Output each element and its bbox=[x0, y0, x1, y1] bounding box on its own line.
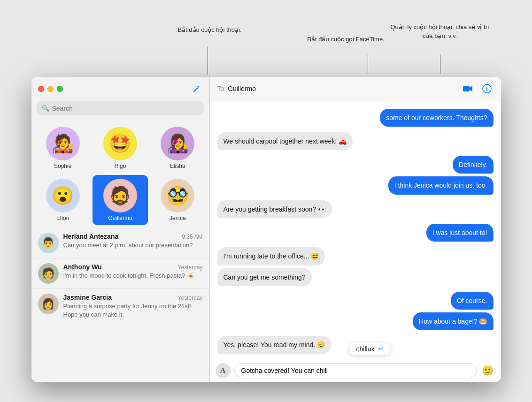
close-button[interactable] bbox=[38, 86, 44, 92]
conv-time-jasmine: Yesterday bbox=[178, 295, 203, 301]
app-icon: A bbox=[220, 366, 226, 375]
conv-time-anthony: Yesterday bbox=[178, 264, 203, 271]
emoji-icon: 🙂 bbox=[482, 365, 493, 376]
chat-panel: To: Guillermo i bbox=[210, 77, 501, 382]
contact-pin-elisha[interactable]: 👩‍🎤 Elisha bbox=[150, 123, 205, 173]
annotation-manage: Quản lý cuộc hội thoại, chia sẻ vị trí c… bbox=[388, 23, 492, 41]
conv-header-herland: Herland Antezana 9:35 AM bbox=[63, 233, 203, 240]
search-icon: 🔍 bbox=[42, 105, 49, 112]
svg-text:i: i bbox=[486, 86, 488, 92]
autocomplete-popup[interactable]: chillax ↩ bbox=[350, 343, 390, 355]
annotation-start-convo: Bắt đầu cuộc hội thoại. bbox=[168, 25, 252, 35]
contact-name-elton: Elton bbox=[56, 215, 69, 221]
search-bar[interactable]: 🔍 bbox=[37, 101, 204, 115]
conversation-herland[interactable]: 👨 Herland Antezana 9:35 AM Can you meet … bbox=[31, 228, 209, 258]
message-row-2: Definitely. bbox=[217, 156, 493, 174]
message-row-5: I was just about to! bbox=[217, 224, 493, 242]
titlebar bbox=[31, 77, 209, 101]
conversation-anthony[interactable]: 🧑 Anthony Wu Yesterday I'm in the mood t… bbox=[31, 258, 209, 289]
conv-preview-jasmine: Planning a surprise party for Jenny on t… bbox=[63, 302, 203, 319]
conv-preview-anthony: I'm in the mood to cook tonight. Fresh p… bbox=[63, 272, 203, 280]
conv-preview-herland: Can you meet at 2 p.m. about our present… bbox=[63, 241, 203, 250]
contact-pin-guillermo[interactable]: 🧔 Guillermo bbox=[93, 175, 148, 225]
message-row-7: Can you get me something? bbox=[217, 268, 493, 286]
chat-to-field: To: Guillermo bbox=[217, 84, 256, 93]
emoji-button[interactable]: 🙂 bbox=[480, 363, 495, 378]
message-row-8: Of course. bbox=[217, 292, 493, 310]
apps-button[interactable]: A bbox=[216, 363, 231, 378]
message-row-6: I'm running late to the office... 😅 bbox=[217, 247, 493, 265]
avatar-sophie: 🧑‍🎤 bbox=[46, 127, 80, 160]
annotation-line-convo bbox=[208, 46, 208, 75]
conv-name-jasmine: Jasmine Garcia bbox=[63, 294, 112, 301]
autocomplete-undo[interactable]: ↩ bbox=[378, 345, 383, 352]
contact-name-elisha: Elisha bbox=[170, 163, 185, 169]
pinned-contacts: 🧑‍🎤 Sophie 🤩 Rigo 👩‍🎤 Elisha bbox=[31, 120, 209, 228]
bubble-3: I think Jenica would join us, too. bbox=[388, 176, 493, 194]
conversation-jasmine[interactable]: 👩 Jasmine Garcia Yesterday Planning a su… bbox=[31, 289, 209, 324]
avatar-anthony: 🧑 bbox=[38, 263, 59, 284]
message-row-0: some of our coworkers. Thoughts? bbox=[217, 109, 493, 127]
message-row-1: We should carpool together next week! 🚗 bbox=[217, 132, 493, 150]
contact-name-rigo: Rigo bbox=[115, 163, 126, 169]
contact-pin-jenica[interactable]: 🥸 Jenica bbox=[150, 175, 205, 225]
svg-rect-0 bbox=[463, 86, 470, 91]
annotation-line-manage bbox=[440, 54, 440, 74]
avatar-rigo: 🤩 bbox=[103, 127, 137, 160]
message-row-4: Are you getting breakfast soon? 👀 bbox=[217, 200, 493, 218]
annotation-line-facetime bbox=[368, 54, 368, 74]
conversation-list: 👨 Herland Antezana 9:35 AM Can you meet … bbox=[31, 228, 209, 382]
minimize-button[interactable] bbox=[47, 86, 54, 92]
avatar-elton: 😮 bbox=[46, 179, 80, 212]
conv-name-herland: Herland Antezana bbox=[63, 233, 119, 240]
bubble-6: I'm running late to the office... 😅 bbox=[217, 247, 325, 265]
contact-name-guillermo: Guillermo bbox=[108, 215, 132, 221]
facetime-button[interactable] bbox=[462, 82, 475, 95]
bubble-7: Can you get me something? bbox=[217, 268, 312, 286]
bubble-5: I was just about to! bbox=[426, 224, 493, 242]
traffic-lights bbox=[38, 86, 63, 92]
full-wrapper: Bắt đầu cuộc hội thoại. Bắt đầu cuộc gọi… bbox=[31, 21, 501, 382]
conv-name-anthony: Anthony Wu bbox=[63, 263, 102, 271]
annotation-facetime: Bắt đầu cuộc gọi FaceTime. bbox=[294, 35, 398, 44]
message-input[interactable] bbox=[234, 363, 477, 378]
chat-header-actions: i bbox=[462, 82, 493, 95]
chat-to-label: To: bbox=[217, 85, 228, 92]
contact-name-sophie: Sophie bbox=[54, 163, 71, 169]
input-area: A 🙂 chillax ↩ bbox=[210, 359, 501, 382]
avatar-elisha: 👩‍🎤 bbox=[161, 127, 194, 160]
conv-content-anthony: Anthony Wu Yesterday I'm in the mood to … bbox=[63, 263, 203, 280]
sidebar: 🔍 🧑‍🎤 Sophie 🤩 Rigo bbox=[31, 77, 210, 382]
conv-content-jasmine: Jasmine Garcia Yesterday Planning a surp… bbox=[63, 294, 203, 319]
contact-pin-rigo[interactable]: 🤩 Rigo bbox=[93, 123, 148, 173]
message-row-3: I think Jenica would join us, too. bbox=[217, 176, 493, 194]
messages-area[interactable]: some of our coworkers. Thoughts? We shou… bbox=[210, 101, 501, 359]
chat-header: To: Guillermo i bbox=[210, 77, 501, 101]
search-input[interactable] bbox=[52, 105, 199, 112]
fullscreen-button[interactable] bbox=[57, 86, 63, 92]
contact-pin-sophie[interactable]: 🧑‍🎤 Sophie bbox=[35, 123, 91, 173]
contact-name-jenica: Jenica bbox=[170, 215, 186, 221]
bubble-10: Yes, please! You read my mind. 😊 bbox=[217, 336, 332, 354]
bubble-4: Are you getting breakfast soon? 👀 bbox=[217, 200, 332, 218]
avatar-herland: 👨 bbox=[38, 233, 59, 253]
conv-content-herland: Herland Antezana 9:35 AM Can you meet at… bbox=[63, 233, 203, 250]
info-button[interactable]: i bbox=[480, 82, 493, 95]
avatar-jasmine: 👩 bbox=[38, 294, 59, 314]
conv-header-anthony: Anthony Wu Yesterday bbox=[63, 263, 203, 271]
autocomplete-word: chillax bbox=[356, 345, 375, 353]
contact-pin-elton[interactable]: 😮 Elton bbox=[35, 175, 91, 225]
conv-time-herland: 9:35 AM bbox=[182, 234, 202, 240]
chat-to-name: Guillermo bbox=[228, 85, 256, 92]
bubble-8: Of course. bbox=[451, 292, 493, 310]
conv-header-jasmine: Jasmine Garcia Yesterday bbox=[63, 294, 203, 301]
bubble-9: How about a bagel? 🥯 bbox=[413, 312, 493, 330]
compose-button[interactable] bbox=[190, 83, 203, 96]
message-row-9: How about a bagel? 🥯 bbox=[217, 312, 493, 330]
messages-window: 🔍 🧑‍🎤 Sophie 🤩 Rigo bbox=[31, 77, 501, 382]
bubble-1: We should carpool together next week! 🚗 bbox=[217, 132, 353, 150]
avatar-jenica: 🥸 bbox=[161, 179, 194, 212]
avatar-guillermo: 🧔 bbox=[103, 179, 137, 212]
bubble-0: some of our coworkers. Thoughts? bbox=[380, 109, 493, 127]
bubble-2: Definitely. bbox=[453, 156, 493, 174]
